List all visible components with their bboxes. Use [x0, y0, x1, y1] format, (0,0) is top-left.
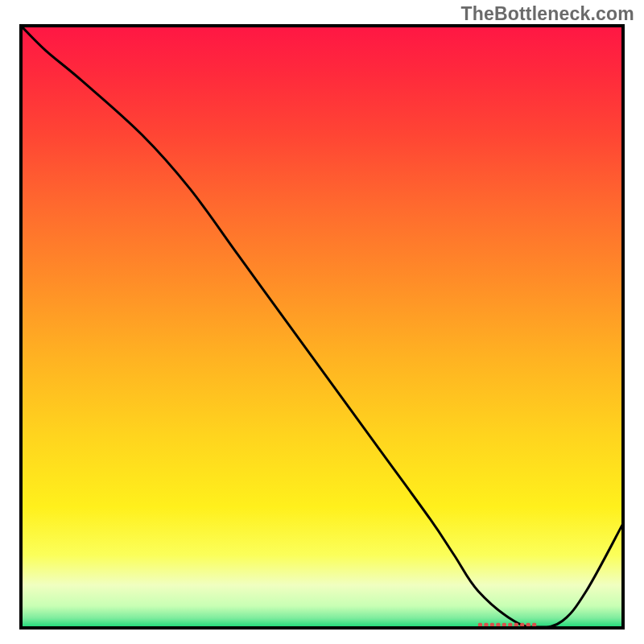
watermark-text: TheBottleneck.com: [460, 3, 634, 25]
chart-container: TheBottleneck.com: [0, 0, 644, 644]
gradient-background: [22, 27, 622, 627]
chart-svg: [19, 24, 625, 630]
chart-plot-area: [19, 24, 625, 630]
